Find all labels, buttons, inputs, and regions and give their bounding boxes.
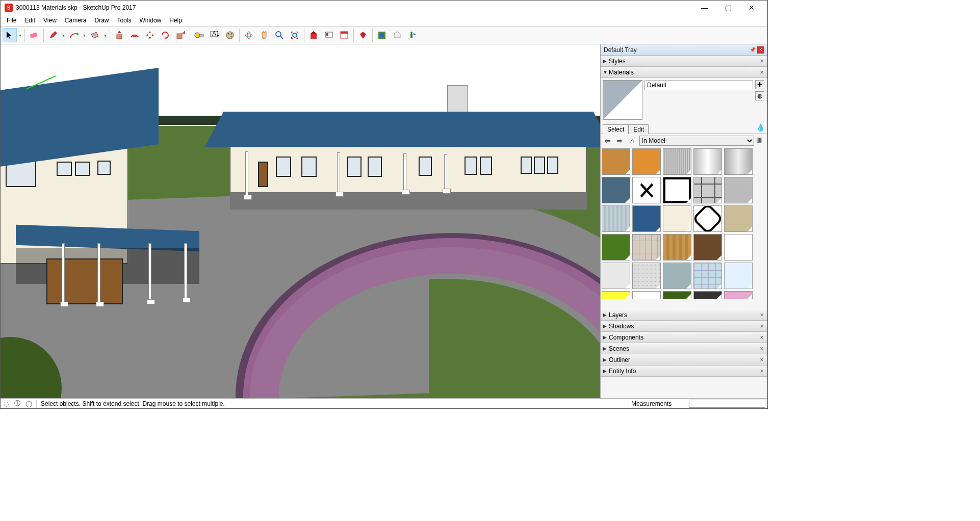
- panel-close-icon[interactable]: ×: [758, 69, 765, 76]
- tool-paint[interactable]: [223, 28, 237, 42]
- material-swatch[interactable]: [602, 148, 630, 175]
- add-to-model-icon[interactable]: ◍: [755, 91, 764, 100]
- tray-close-icon[interactable]: ×: [757, 46, 764, 54]
- tray-header[interactable]: Default Tray 📌 ×: [601, 44, 767, 56]
- material-swatch[interactable]: [663, 291, 691, 299]
- tool-select-dd[interactable]: ▼: [18, 28, 22, 42]
- panel-close-icon[interactable]: ×: [758, 368, 765, 375]
- panel-close-icon[interactable]: ×: [758, 311, 765, 319]
- panel-close-icon[interactable]: ×: [758, 345, 765, 352]
- menu-file[interactable]: File: [3, 16, 20, 25]
- viewport-3d[interactable]: [1, 44, 600, 398]
- material-swatch[interactable]: [724, 177, 753, 203]
- material-swatch[interactable]: [693, 205, 722, 232]
- material-name-input[interactable]: [644, 80, 753, 90]
- material-swatch[interactable]: [663, 263, 691, 289]
- material-swatch[interactable]: [663, 148, 691, 175]
- material-swatch[interactable]: [724, 148, 753, 175]
- panel-outliner[interactable]: ▶ Outliner ×: [601, 354, 767, 366]
- material-swatch[interactable]: [602, 234, 630, 260]
- tab-select[interactable]: Select: [603, 124, 629, 134]
- tool-pushpull[interactable]: [112, 28, 126, 42]
- material-swatch[interactable]: [693, 263, 722, 289]
- tool-rectangle[interactable]: [88, 28, 102, 42]
- measurements-input[interactable]: [689, 400, 765, 408]
- nav-home-icon[interactable]: ⌂: [627, 136, 637, 146]
- tool-geo[interactable]: [375, 28, 389, 42]
- tool-man[interactable]: [405, 28, 420, 42]
- menu-view[interactable]: View: [39, 16, 61, 25]
- tool-arc[interactable]: [67, 28, 81, 42]
- material-swatch[interactable]: [724, 205, 753, 232]
- panel-styles[interactable]: ▶ Styles ×: [601, 56, 767, 67]
- material-swatch[interactable]: [663, 205, 691, 232]
- tool-pan[interactable]: [257, 28, 271, 42]
- tool-3dwarehouse[interactable]: [306, 28, 321, 42]
- tool-zoom[interactable]: [272, 28, 287, 42]
- nav-back-icon[interactable]: ⇦: [603, 136, 613, 146]
- material-swatch[interactable]: [632, 148, 661, 175]
- collection-select[interactable]: In Model: [639, 136, 754, 146]
- tool-3dwarehouse-share[interactable]: [322, 28, 336, 42]
- tab-edit[interactable]: Edit: [629, 124, 649, 134]
- tool-zoom-extents[interactable]: [288, 28, 302, 42]
- help-icon[interactable]: ◌: [1, 400, 12, 407]
- eyedropper-icon[interactable]: 💧: [756, 123, 765, 133]
- tool-shadows[interactable]: [390, 28, 404, 42]
- collection-menu-icon[interactable]: ▥: [756, 136, 765, 145]
- menu-draw[interactable]: Draw: [91, 16, 113, 25]
- material-swatch[interactable]: [602, 205, 630, 232]
- nav-forward-icon[interactable]: ⇨: [615, 136, 625, 146]
- panel-entity-info[interactable]: ▶ Entity Info ×: [601, 366, 767, 377]
- close-button[interactable]: ✕: [740, 1, 763, 15]
- material-swatch[interactable]: [724, 263, 753, 289]
- panel-shadows[interactable]: ▶ Shadows ×: [601, 321, 767, 332]
- material-swatch[interactable]: [693, 291, 722, 299]
- menu-edit[interactable]: Edit: [20, 16, 39, 25]
- material-swatch[interactable]: [693, 177, 722, 203]
- material-swatch[interactable]: [602, 177, 630, 203]
- tool-eraser[interactable]: [27, 28, 41, 42]
- maximize-button[interactable]: ▢: [716, 1, 740, 15]
- tool-pencil-dd[interactable]: ▼: [61, 28, 66, 42]
- info-icon[interactable]: ⓘ: [12, 399, 23, 408]
- tool-tape[interactable]: [192, 28, 207, 42]
- menu-tools[interactable]: Tools: [113, 16, 136, 25]
- menu-help[interactable]: Help: [165, 16, 186, 25]
- create-material-icon[interactable]: ✚: [755, 80, 764, 89]
- panel-materials[interactable]: ▼ Materials ×: [601, 67, 767, 78]
- tool-rectangle-dd[interactable]: ▼: [103, 28, 108, 42]
- pin-icon[interactable]: 📌: [749, 46, 756, 54]
- panel-components[interactable]: ▶ Components ×: [601, 332, 767, 343]
- material-swatch[interactable]: [663, 234, 691, 260]
- material-swatch[interactable]: [632, 263, 661, 289]
- material-swatch[interactable]: [602, 291, 630, 299]
- tool-scale[interactable]: [173, 28, 188, 42]
- user-icon[interactable]: ◯: [23, 400, 34, 407]
- material-swatch[interactable]: [693, 148, 722, 175]
- tool-rotate[interactable]: [158, 28, 172, 42]
- tool-arc-dd[interactable]: ▼: [82, 28, 87, 42]
- material-swatch[interactable]: [632, 177, 661, 203]
- tool-pencil[interactable]: [46, 28, 60, 42]
- tool-orbit[interactable]: [242, 28, 256, 42]
- tool-text[interactable]: A1: [208, 28, 222, 42]
- material-swatch[interactable]: [632, 205, 661, 232]
- material-swatch[interactable]: [632, 291, 661, 299]
- material-preview[interactable]: [603, 80, 642, 120]
- material-swatch[interactable]: [663, 177, 691, 203]
- tool-offset[interactable]: [127, 28, 142, 42]
- material-swatch[interactable]: [632, 234, 661, 260]
- tool-layout[interactable]: [337, 28, 351, 42]
- panel-close-icon[interactable]: ×: [758, 356, 765, 363]
- material-swatch[interactable]: [724, 234, 753, 260]
- panel-layers[interactable]: ▶ Layers ×: [601, 309, 767, 321]
- tool-select[interactable]: [3, 28, 17, 42]
- material-swatch[interactable]: [724, 291, 753, 299]
- minimize-button[interactable]: —: [693, 1, 716, 15]
- panel-close-icon[interactable]: ×: [758, 323, 765, 330]
- menu-window[interactable]: Window: [136, 16, 166, 25]
- material-swatch[interactable]: [602, 263, 630, 289]
- tool-move[interactable]: [143, 28, 157, 42]
- material-swatch[interactable]: [693, 234, 722, 260]
